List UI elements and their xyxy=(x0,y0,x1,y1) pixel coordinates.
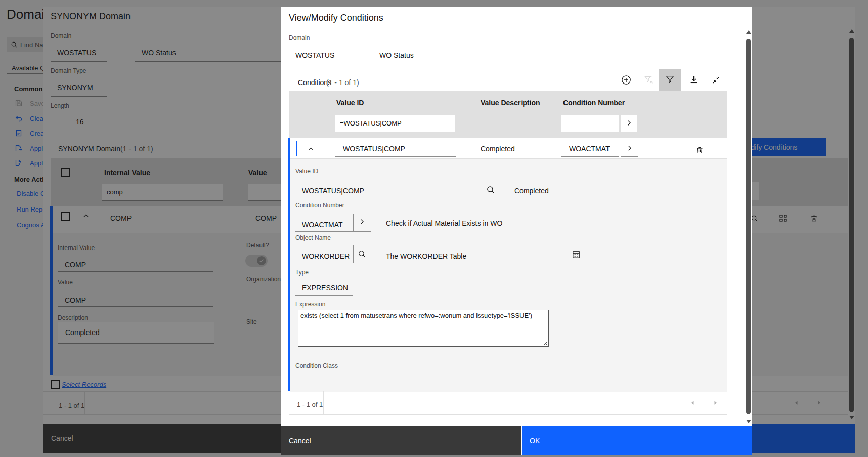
domain-label: Domain xyxy=(289,34,310,41)
filter-active-button[interactable] xyxy=(659,69,681,91)
column-condition-number[interactable]: Condition Number xyxy=(563,99,625,107)
condition-number-description[interactable]: Check if Actual Material Exists in WO xyxy=(386,219,502,227)
condition-number-label: Condition Number xyxy=(295,202,344,209)
filter-remove-icon[interactable] xyxy=(644,76,653,85)
object-name-search-button[interactable] xyxy=(353,245,371,263)
value-id-label: Value ID xyxy=(295,168,318,175)
row-go-button[interactable] xyxy=(621,140,638,157)
row-trash-icon[interactable] xyxy=(696,146,704,154)
value-id-description[interactable]: Completed xyxy=(514,187,549,195)
filter-icon xyxy=(666,75,674,84)
add-icon[interactable] xyxy=(621,74,632,86)
value-id-search-icon[interactable] xyxy=(486,185,495,194)
filter-value-id[interactable]: =WOSTATUS|COMP xyxy=(335,115,455,132)
chevron-up-icon xyxy=(308,146,314,152)
condition-number-value[interactable]: WOACTMAT xyxy=(302,221,343,229)
column-value-description[interactable]: Value Description xyxy=(481,99,540,107)
modal-ok-label: OK xyxy=(530,437,540,445)
object-name-value[interactable]: WORKORDER xyxy=(302,252,350,260)
column-value-id[interactable]: Value ID xyxy=(336,99,364,107)
condition-class-label: Condition Class xyxy=(295,362,338,369)
collapse-icon[interactable] xyxy=(712,76,720,84)
download-icon[interactable] xyxy=(689,75,698,84)
chevron-right-icon xyxy=(626,145,633,152)
object-name-label: Object Name xyxy=(295,234,331,241)
data-table-icon[interactable] xyxy=(572,250,581,259)
row-expander-button[interactable] xyxy=(296,141,325,156)
expression-text: exists (select 1 from matusetrans where … xyxy=(300,312,532,319)
modal-cancel-button[interactable]: Cancel xyxy=(281,426,521,455)
type-label: Type xyxy=(295,269,309,276)
cell-value-id[interactable]: WOSTATUS|COMP xyxy=(343,145,405,153)
next-page-icon[interactable] xyxy=(712,400,718,406)
modal-scrollbar[interactable] xyxy=(745,27,752,427)
prev-page-icon[interactable] xyxy=(690,400,696,406)
object-name-description[interactable]: The WORKORDER Table xyxy=(386,252,466,260)
filter-go-button[interactable] xyxy=(621,115,637,132)
cell-value-description: Completed xyxy=(481,145,515,153)
chevron-right-icon xyxy=(359,218,366,225)
type-value[interactable]: EXPRESSION xyxy=(302,284,348,292)
domain-description[interactable]: WO Status xyxy=(379,51,414,59)
chevron-right-icon xyxy=(626,119,633,127)
modal-title: View/Modify Conditions xyxy=(289,13,383,23)
cell-condition-number[interactable]: WOACTMAT xyxy=(569,145,610,153)
expression-textarea[interactable]: exists (select 1 from matusetrans where … xyxy=(298,310,549,347)
domain-value[interactable]: WOSTATUS xyxy=(295,51,334,59)
value-id-value[interactable]: WOSTATUS|COMP xyxy=(302,187,364,195)
modal-ok-button[interactable]: OK xyxy=(522,426,752,455)
screen: Domains Find Na Available Q Common A Sav… xyxy=(0,0,868,457)
expression-label: Expression xyxy=(295,301,325,308)
search-icon xyxy=(358,250,366,258)
conditions-count: (1 - 1 of 1) xyxy=(326,78,359,87)
view-modify-conditions-modal: View/Modify Conditions Domain WOSTATUS W… xyxy=(281,7,752,455)
condition-number-go-button[interactable] xyxy=(353,214,371,232)
filter-condition-number[interactable] xyxy=(561,115,619,132)
filter-value-id-text: =WOSTATUS|COMP xyxy=(340,119,402,127)
modal-cancel-label: Cancel xyxy=(289,437,311,445)
resize-grip-icon[interactable] xyxy=(543,341,548,346)
pagination-range: 1 - 1 of 1 xyxy=(297,401,323,408)
